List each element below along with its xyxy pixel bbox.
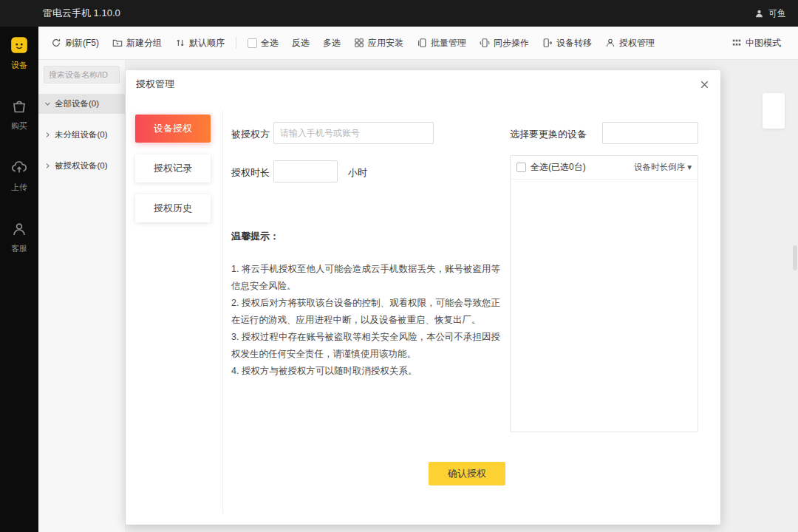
background-card [763,93,785,129]
chevron-right-icon [44,163,51,169]
sidebar-label: 客服 [0,243,38,254]
tip-line: 4. 授权方与被授权方可以随时取消授权关系。 [231,363,503,380]
grantee-input[interactable] [273,122,434,144]
select-all-checkbox[interactable] [248,38,257,48]
toolbar: 刷新(F5) 新建分组 默认顺序 全选 反选 多选 [38,27,798,60]
sidebar-label: 上传 [0,182,38,193]
list-select-all-checkbox[interactable] [516,163,526,172]
device-logo-icon [10,35,29,55]
shopping-bag-icon [10,98,28,115]
customer-service-icon [10,220,28,238]
tab-auth-records[interactable]: 授权记录 [135,154,211,183]
refresh-icon [51,38,61,48]
tree-item-all-devices[interactable]: 全部设备(0) [38,94,125,114]
tips-title: 温馨提示： [231,230,279,243]
auth-manage-dialog: 授权管理 设备授权 授权记录 授权历史 被授权方 授权时长 小时 选择要更换的设… [126,70,720,525]
device-select-list: 全选(已选0台) 设备时长倒序 ▾ [510,155,698,432]
titlebar: 雷电云手机 1.10.0 可鱼 [0,0,798,27]
device-search [44,66,120,83]
tip-line: 1. 将云手机授权至他人可能会造成云手机数据丢失，账号被盗用等信息安全风险。 [231,261,503,295]
grantee-label: 被授权方 [231,128,270,141]
caret-down-icon: ▾ [687,163,692,171]
sidebar-item-support[interactable]: 客服 [0,220,38,254]
app-grid-icon [354,38,364,48]
sidebar-label: 购买 [0,120,38,132]
refresh-button[interactable]: 刷新(F5) [44,37,106,50]
auth-manage-button[interactable]: 授权管理 [598,37,661,50]
dialog-tabs: 设备授权 授权记录 授权历史 [135,115,211,234]
device-list-panel: 全部设备(0) 未分组设备(0) 被授权设备(0) [38,60,126,532]
sort-dropdown[interactable]: 设备时长倒序 ▾ [634,162,692,173]
view-mode-button[interactable]: 中图模式 [725,37,788,50]
duration-input[interactable] [273,160,338,183]
batch-phone-icon [417,38,427,48]
app-window: 雷电云手机 1.10.0 可鱼 设备 购买 [0,0,798,532]
tab-auth-history[interactable]: 授权历史 [135,194,211,222]
chevron-down-icon [44,100,51,107]
person-icon [605,38,615,48]
search-input[interactable] [44,70,119,79]
device-select-label: 选择要更换的设备 [510,128,587,141]
app-title: 雷电云手机 1.10.0 [43,0,120,27]
sidebar-item-devices[interactable]: 设备 [0,35,38,71]
device-list-header: 全选(已选0台) 设备时长倒序 ▾ [511,156,698,180]
tree-item-authorized[interactable]: 被授权设备(0) [38,156,125,176]
chevron-right-icon [44,132,51,138]
batch-manage-button[interactable]: 批量管理 [410,37,473,50]
folder-plus-icon [112,38,123,48]
device-filter-input[interactable] [602,122,698,144]
cloud-upload-icon [10,159,28,177]
confirm-auth-button[interactable]: 确认授权 [429,462,505,485]
duration-label: 授权时长 [231,166,270,180]
user-icon [754,9,764,18]
user-name: 可鱼 [768,7,786,20]
tips-text: 1. 将云手机授权至他人可能会造成云手机数据丢失，账号被盗用等信息安全风险。 2… [231,261,503,380]
sidebar-item-upload[interactable]: 上传 [0,159,38,193]
device-tree: 全部设备(0) 未分组设备(0) 被授权设备(0) [38,94,125,176]
sort-arrows-icon [175,38,185,48]
new-group-button[interactable]: 新建分组 [106,37,168,50]
grid-view-icon [732,38,742,48]
sync-phone-icon [480,38,490,48]
invert-selection-button[interactable]: 反选 [285,37,316,50]
scrollbar-thumb[interactable] [793,245,797,270]
sidebar-label: 设备 [0,60,38,71]
close-icon [700,80,709,89]
close-button[interactable] [697,77,712,92]
tip-line: 3. 授权过程中存在账号被盗取等相关安全风险，本公司不承担因授权发生的任何安全责… [231,329,503,363]
sidebar-item-purchase[interactable]: 购买 [0,98,38,132]
vertical-divider [222,111,223,514]
tab-device-auth[interactable]: 设备授权 [135,115,211,143]
left-rail: 设备 购买 上传 客服 [0,27,38,532]
select-all-button[interactable]: 全选 [241,37,285,50]
tip-line: 2. 授权后对方将获取该台设备的控制、观看权限，可能会导致您正在运行的游戏、应用… [231,295,503,329]
list-select-all-label: 全选(已选0台) [531,161,586,174]
default-order-button[interactable]: 默认顺序 [168,37,231,50]
device-transfer-button[interactable]: 设备转移 [536,37,598,50]
transfer-phone-icon [542,38,553,48]
multi-select-button[interactable]: 多选 [316,37,347,50]
toolbar-divider [236,37,236,49]
sync-operation-button[interactable]: 同步操作 [473,37,536,50]
tree-item-ungrouped[interactable]: 未分组设备(0) [38,125,125,145]
dialog-title: 授权管理 [136,70,174,98]
duration-unit-label: 小时 [348,166,367,180]
user-account[interactable]: 可鱼 [754,0,786,27]
app-install-button[interactable]: 应用安装 [347,37,410,50]
